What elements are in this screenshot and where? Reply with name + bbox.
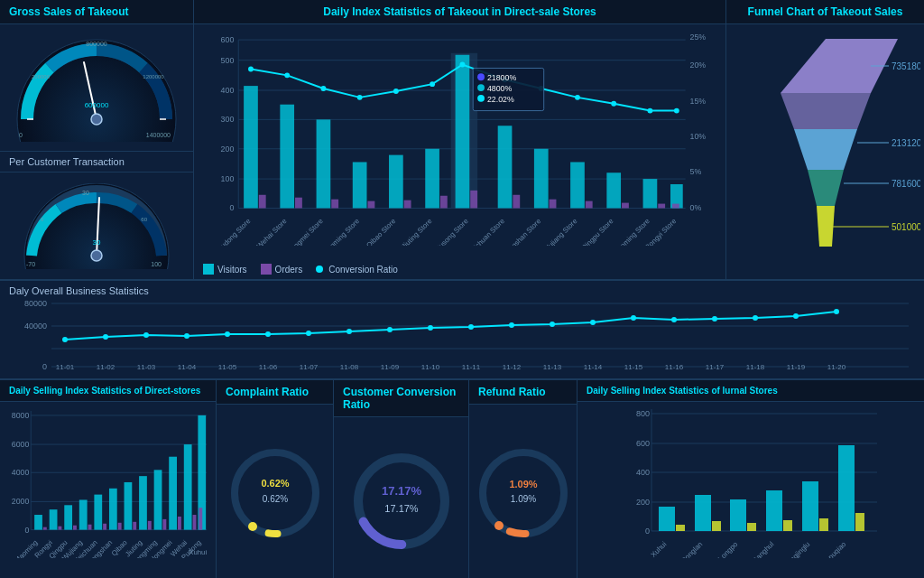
svg-text:0.62%: 0.62% [261, 478, 289, 489]
svg-point-73 [430, 81, 435, 87]
bar-chart-area: 0 100 200 300 400 500 600 0% 5% 10% 15% … [194, 24, 725, 259]
svg-point-78 [611, 101, 616, 107]
dashboard: Gross Sales of Takeout [0, 0, 924, 578]
lurnal-title: Daily Selling Index Statistics of lurnal… [578, 380, 924, 402]
svg-text:11-03: 11-03 [137, 363, 156, 371]
svg-point-95 [477, 73, 485, 80]
svg-rect-237 [712, 521, 721, 531]
svg-text:11-19: 11-19 [787, 363, 806, 371]
svg-text:Dapuqiao: Dapuqiao [820, 540, 848, 558]
conversion-gauge-svg: 17.17% 17.17% [343, 447, 460, 551]
svg-point-138 [753, 315, 758, 321]
direct-stores-title: Daily Selling Index Statistics of Direct… [0, 380, 216, 402]
svg-point-139 [793, 313, 799, 319]
svg-text:6000: 6000 [12, 440, 30, 449]
svg-rect-191 [178, 517, 181, 530]
svg-point-213 [248, 522, 257, 531]
svg-rect-63 [622, 203, 629, 209]
svg-text:800000: 800000 [86, 41, 106, 47]
middle-row: Daly Overall Business Statistics 80000 4… [0, 280, 924, 379]
svg-rect-59 [550, 200, 557, 209]
svg-rect-57 [513, 195, 520, 209]
svg-text:-70: -70 [26, 261, 35, 267]
svg-text:5%: 5% [690, 167, 702, 176]
svg-rect-50 [404, 200, 411, 209]
svg-text:11-16: 11-16 [665, 363, 684, 371]
svg-point-79 [647, 108, 652, 114]
lurnal-chart-svg: 0 200 400 600 800 [582, 405, 919, 558]
svg-point-122 [103, 334, 108, 340]
gross-sales-title: Gross Sales of Takeout [0, 0, 193, 24]
svg-point-137 [712, 316, 717, 322]
svg-marker-102 [781, 93, 871, 129]
bar-chart-svg: 0 100 200 300 400 500 600 0% 5% 10% 15% … [203, 29, 716, 246]
svg-text:1400000: 1400000 [145, 132, 170, 138]
svg-rect-64 [643, 179, 658, 208]
complaint-chart: 0.62% 0.62% [217, 405, 333, 578]
svg-text:11-01: 11-01 [56, 363, 75, 371]
svg-text:11-11: 11-11 [462, 363, 481, 371]
svg-point-121 [62, 337, 68, 342]
svg-text:0: 0 [229, 203, 234, 212]
svg-rect-49 [389, 155, 403, 209]
per-customer-gauge-container: -70 30 100 0 60 30 [0, 172, 193, 279]
svg-point-134 [590, 320, 596, 325]
svg-text:Pudong Store: Pudong Store [216, 217, 252, 246]
svg-rect-175 [58, 527, 61, 530]
svg-rect-65 [658, 204, 665, 209]
svg-rect-238 [730, 499, 746, 531]
svg-text:100: 100 [151, 261, 162, 267]
svg-rect-236 [695, 495, 711, 531]
svg-rect-60 [570, 162, 585, 208]
lurnal-chart: 0 200 400 600 800 [578, 402, 924, 578]
svg-rect-234 [659, 507, 675, 531]
svg-text:Meichuan Store: Meichuan Store [466, 217, 506, 246]
svg-text:11-02: 11-02 [97, 363, 116, 371]
svg-text:1200000: 1200000 [143, 74, 164, 79]
svg-text:0: 0 [24, 526, 29, 535]
overall-chart-svg: 80000 40000 0 [9, 299, 915, 371]
visitors-label: Visitors [217, 265, 247, 275]
direct-stores-panel: Daily Selling Index Statistics of Direct… [0, 380, 217, 578]
svg-text:Jiuting Store: Jiuting Store [400, 217, 433, 246]
svg-text:Longming Store: Longming Store [320, 217, 361, 246]
funnel-svg: 7351800% 2131200% 781600% 501000% [731, 30, 920, 274]
overall-title: Daly Overall Business Statistics [9, 285, 915, 296]
svg-text:11-05: 11-05 [218, 363, 237, 371]
svg-text:30: 30 [92, 238, 100, 247]
svg-text:Husong Store: Husong Store [434, 217, 470, 246]
svg-rect-46 [331, 200, 338, 209]
svg-rect-41 [244, 86, 258, 208]
svg-text:22.02%: 22.02% [487, 95, 514, 104]
svg-point-128 [346, 329, 352, 334]
svg-rect-190 [169, 457, 177, 530]
svg-rect-58 [534, 149, 549, 209]
svg-point-72 [393, 89, 399, 94]
svg-text:80000: 80000 [24, 299, 47, 308]
svg-text:Donglan: Donglan [679, 540, 704, 558]
svg-rect-43 [280, 105, 294, 209]
svg-rect-186 [139, 476, 147, 529]
svg-rect-242 [802, 481, 818, 531]
svg-text:11-10: 11-10 [421, 363, 440, 371]
conversion-label: Conversion Ratio [328, 265, 398, 275]
svg-text:11-15: 11-15 [624, 363, 643, 371]
svg-point-125 [225, 331, 230, 337]
svg-point-129 [387, 327, 393, 332]
svg-text:0: 0 [645, 527, 650, 536]
svg-rect-245 [855, 513, 864, 531]
daily-index-title: Daily Index Statistics of Takeout in Dir… [194, 0, 725, 24]
svg-point-80 [674, 108, 679, 114]
svg-point-123 [143, 332, 149, 338]
direct-chart-svg: 0 2000 4000 6000 8000 [5, 405, 211, 558]
svg-text:15%: 15% [690, 97, 707, 106]
svg-point-131 [468, 324, 474, 330]
conversion-color [316, 266, 323, 273]
svg-text:Ganghul: Ganghul [751, 540, 776, 558]
svg-point-136 [671, 317, 677, 322]
svg-point-126 [265, 331, 271, 337]
svg-text:11-08: 11-08 [340, 363, 359, 371]
svg-text:Wujiang Store: Wujiang Store [541, 217, 578, 246]
svg-text:Xuhui: Xuhui [189, 548, 207, 556]
svg-rect-182 [109, 489, 117, 530]
